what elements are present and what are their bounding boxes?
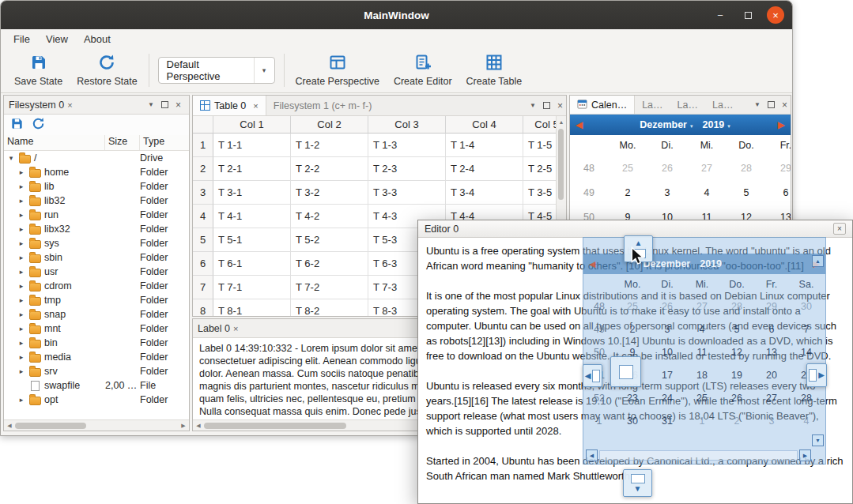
tree-row[interactable]: ▸srvFolder [4,364,189,378]
maximize-icon[interactable] [543,102,550,109]
dock-zone-icon [592,370,600,382]
folder-icon [29,283,41,291]
expander-icon[interactable]: ▸ [17,182,26,190]
tab-filesystem-1[interactable]: Filesystem 1 (c+ m- f-) [266,96,379,115]
expander-icon[interactable]: ▾ [6,154,16,162]
folder-icon [29,169,41,178]
menu-file[interactable]: File [6,31,38,47]
tree-row[interactable]: swapfile2,00 …File [4,378,189,393]
scrollbar-thumb[interactable] [204,423,346,429]
tree-row[interactable]: ▸mntFolder [4,322,189,336]
tree-row[interactable]: ▸tmpFolder [4,293,189,307]
tab-label-2[interactable]: La… [670,96,705,114]
dock-zone-icon [619,365,633,379]
scrollbar-thumb[interactable] [558,129,564,200]
tab-label-3[interactable]: La… [705,96,740,114]
filesystem-panel-titlebar[interactable]: Filesystem 0 × ▼ × [4,96,189,115]
save-icon[interactable] [10,117,24,133]
dock-indicator-left[interactable]: ◀ [583,364,602,387]
create-perspective-button[interactable]: Create Perspective [289,51,387,90]
close-icon[interactable]: × [67,100,72,110]
restore-icon[interactable] [32,117,45,133]
expander-icon[interactable]: ▸ [17,310,26,318]
expander-icon[interactable]: ▸ [17,367,26,375]
tree-row[interactable]: ▸libx32Folder [4,222,189,236]
tree-row[interactable]: ▾/Drive [4,151,189,165]
dock-indicator-center[interactable] [610,356,641,387]
window-titlebar[interactable]: MainWindow − × [1,1,792,29]
maximize-icon[interactable] [161,101,168,108]
close-icon[interactable]: × [833,223,846,235]
year-label[interactable]: 2019 [703,119,725,130]
expander-icon[interactable]: ▸ [17,168,26,176]
expander-icon[interactable]: ▸ [17,325,26,333]
folder-icon [29,197,41,206]
toolbar-separator [149,54,149,87]
tree-row[interactable]: ▸cdromFolder [4,279,189,293]
expander-icon[interactable]: ▸ [17,396,26,404]
panel-menu-icon[interactable]: ▼ [148,101,154,108]
next-month-icon[interactable]: ▶ [778,119,785,130]
create-table-button[interactable]: Create Table [459,51,530,90]
tree-header[interactable]: Name Size Type [4,135,189,151]
tree-row[interactable]: ▸runFolder [4,208,189,222]
expander-icon[interactable]: ▸ [17,254,26,261]
tab-calendar[interactable]: Calen… [570,96,635,114]
expander-icon[interactable]: ▸ [17,296,26,304]
minimize-button[interactable]: − [711,6,729,24]
expander-icon[interactable]: ▸ [17,353,26,361]
calendar-icon [577,99,587,111]
menu-view[interactable]: View [38,31,76,47]
expander-icon[interactable]: ▸ [17,339,26,347]
horizontal-scrollbar[interactable]: ◀ ▶ [4,419,189,431]
scroll-up-icon[interactable]: ▲ [556,116,567,127]
expander-icon[interactable]: ▸ [17,239,26,247]
tree-row[interactable]: ▸sbinFolder [4,250,189,265]
tree-row[interactable]: ▸lib32Folder [4,194,189,208]
tree-row[interactable]: ▸optFolder [4,393,189,407]
expander-icon[interactable]: ▸ [17,197,26,205]
toolbar-separator [284,54,285,87]
scrollbar-thumb[interactable] [15,423,86,429]
scroll-left-icon[interactable]: ◀ [4,420,15,431]
expander-icon[interactable]: ▸ [17,211,26,219]
panel-menu-icon[interactable]: ▼ [530,102,536,109]
month-label[interactable]: Dezember [640,119,687,130]
tab-table-0[interactable]: Table 0 × [193,96,266,115]
close-icon[interactable]: × [253,101,258,111]
tree-row[interactable]: ▸homeFolder [4,165,189,179]
close-icon[interactable]: × [557,101,563,111]
expander-icon[interactable]: ▸ [17,282,26,290]
close-button[interactable]: × [767,6,784,24]
menu-about[interactable]: About [76,31,119,47]
chevron-down-icon[interactable]: ▾ [254,58,274,83]
restore-state-button[interactable]: Restore State [70,51,144,90]
expander-icon[interactable]: ▸ [17,225,26,233]
save-state-button[interactable]: Save State [7,51,70,90]
dock-indicator-right[interactable]: ▶ [806,363,827,387]
panel-menu-icon[interactable]: ▼ [754,101,761,108]
month-dropdown-icon[interactable]: ▾ [690,123,693,130]
expander-icon[interactable]: ▸ [17,268,26,276]
tree-row[interactable]: ▸mediaFolder [4,350,189,364]
tab-label-1[interactable]: La… [635,96,670,114]
tree-row[interactable]: ▸usrFolder [4,265,189,279]
maximize-button[interactable] [739,6,757,24]
dock-indicator-bottom[interactable]: ▼ [623,469,652,497]
create-editor-button[interactable]: Create Editor [387,51,459,90]
scroll-right-icon[interactable]: ▶ [178,420,189,431]
perspective-select[interactable]: Default Perspective ▾ [158,57,275,84]
tree-row[interactable]: ▸snapFolder [4,307,189,322]
folder-icon [29,240,41,249]
year-dropdown-icon[interactable]: ▾ [727,123,730,130]
prev-month-icon[interactable]: ◀ [576,119,583,130]
close-icon[interactable]: × [176,100,181,110]
table-corner[interactable] [193,116,213,134]
tree-row[interactable]: ▸libFolder [4,179,189,194]
scroll-left-icon[interactable]: ◀ [193,420,204,431]
tree-row[interactable]: ▸sysFolder [4,236,189,250]
close-icon[interactable]: × [233,324,238,333]
maximize-icon[interactable] [768,101,775,108]
tree-row[interactable]: ▸binFolder [4,336,189,350]
close-icon[interactable]: × [782,100,787,110]
